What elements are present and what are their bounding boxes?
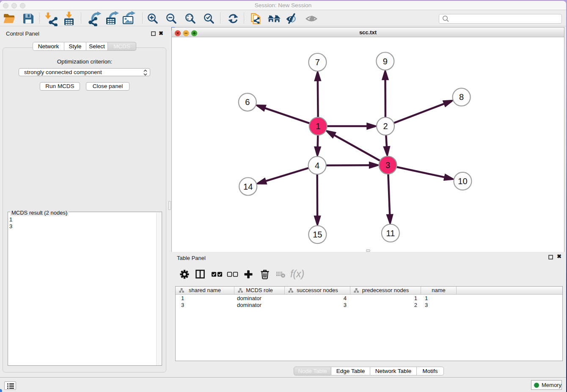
svg-text:10: 10: [458, 177, 467, 186]
svg-text:f(x): f(x): [290, 268, 304, 279]
svg-text:2: 2: [383, 121, 388, 131]
svg-text:3: 3: [385, 160, 390, 170]
svg-text:15: 15: [313, 230, 322, 239]
svg-text:4: 4: [315, 161, 319, 170]
svg-text:8: 8: [459, 92, 464, 102]
svg-text:11: 11: [386, 229, 395, 238]
svg-text:14: 14: [243, 182, 253, 191]
svg-text:7: 7: [315, 58, 320, 67]
svg-text:1: 1: [316, 121, 320, 131]
svg-text:6: 6: [245, 97, 250, 107]
svg-text:9: 9: [383, 57, 388, 66]
